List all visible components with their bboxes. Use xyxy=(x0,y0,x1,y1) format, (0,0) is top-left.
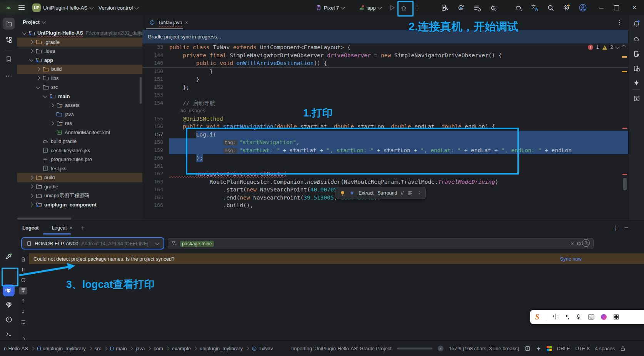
tree-item-build.gradle[interactable]: build.gradle xyxy=(17,137,142,146)
tab-close-icon[interactable]: × xyxy=(185,20,188,25)
maximize-button[interactable] xyxy=(614,0,619,15)
logcat-tab[interactable]: Logcat × xyxy=(52,225,73,231)
build-tool-button[interactable] xyxy=(3,251,15,263)
collapsed-chevron-icon[interactable] xyxy=(36,67,40,71)
cancel-progress-button[interactable]: × xyxy=(438,346,444,351)
problems-tool-button[interactable] xyxy=(3,313,15,325)
ime-language-icon[interactable] xyxy=(547,346,552,351)
tree-item-ceshi.keystore.jks[interactable]: ?ceshi.keystore.jks xyxy=(17,146,142,155)
tree-item-assets[interactable]: assets xyxy=(17,101,142,110)
more-tools-button[interactable]: ⋯ xyxy=(3,70,15,82)
line-number[interactable] xyxy=(142,107,169,115)
collapsed-chevron-icon[interactable] xyxy=(29,185,33,189)
line-number[interactable]: 152 xyxy=(142,83,169,91)
comment-button[interactable]: // xyxy=(401,190,404,196)
sync-now-link[interactable]: Sync now xyxy=(560,256,582,262)
intention-bulb-icon[interactable] xyxy=(340,190,345,196)
prev-problem-icon[interactable] xyxy=(616,45,620,49)
tree-item-res[interactable]: res xyxy=(17,119,142,128)
apply-changes-button[interactable] xyxy=(457,0,465,15)
line-number[interactable]: 160 xyxy=(142,154,169,162)
tree-item-uniplugin_component[interactable]: uniplugin_component xyxy=(17,200,142,210)
line-number[interactable]: 161 xyxy=(142,162,169,170)
main-menu-button[interactable] xyxy=(18,0,25,15)
lock-icon[interactable] xyxy=(620,346,626,351)
terminal-tool-button[interactable] xyxy=(3,328,15,340)
project-view-selector[interactable]: Project xyxy=(17,15,142,28)
line-number[interactable]: 155 xyxy=(142,115,169,123)
expanded-chevron-icon[interactable] xyxy=(22,30,26,35)
tree-item-.idea[interactable]: .idea xyxy=(17,47,142,56)
gemini-button[interactable] xyxy=(631,77,642,89)
line-number[interactable]: 164 xyxy=(142,186,169,194)
line-number[interactable]: 151 xyxy=(142,75,169,83)
soft-wrap-button[interactable] xyxy=(19,318,27,326)
tree-item-.gradle[interactable]: .gradle xyxy=(17,38,142,47)
caret-position-widget[interactable]: 157:9 (168 chars, 3 line breaks) xyxy=(449,346,519,351)
collapsed-chevron-icon[interactable] xyxy=(29,203,33,207)
sogou-logo-icon[interactable]: S xyxy=(535,313,539,321)
next-problem-icon[interactable] xyxy=(622,45,626,49)
tree-item-build[interactable]: build xyxy=(17,65,142,74)
tree-horizontal-scrollbar[interactable] xyxy=(17,218,71,220)
collapsed-chevron-icon[interactable] xyxy=(36,76,40,80)
line-number[interactable]: 163 xyxy=(142,178,169,186)
device-dropdown[interactable]: HONOR ELP-AN00 Android 14, API 34 [OFFLI… xyxy=(21,237,164,250)
toolbox-grid-icon[interactable] xyxy=(613,314,619,320)
editor-options-button[interactable]: ⋮ xyxy=(616,19,622,26)
tree-item-src[interactable]: src xyxy=(17,83,142,92)
collapsed-chevron-icon[interactable] xyxy=(29,49,33,53)
line-number[interactable]: 166 xyxy=(142,201,169,210)
project-widget[interactable]: UP UniPlugin-Hello-AS xyxy=(32,0,93,15)
line-number[interactable]: 158 xyxy=(142,138,169,146)
encoding-widget[interactable]: UTF-8 xyxy=(576,346,590,351)
close-button[interactable]: × xyxy=(631,0,638,15)
tree-item-main[interactable]: main xyxy=(17,92,142,101)
collapsed-chevron-icon[interactable] xyxy=(50,103,54,107)
tree-item-proguard-rules.pro[interactable]: proguard-rules.pro xyxy=(17,155,142,164)
line-number[interactable]: 156 xyxy=(142,123,169,131)
hide-panel-button[interactable]: ─ xyxy=(624,225,628,230)
tree-item-libs[interactable]: libs xyxy=(17,74,142,83)
tree-item-build[interactable]: build xyxy=(17,173,142,182)
extract-button[interactable]: Extract xyxy=(359,190,374,196)
collapsed-chevron-icon[interactable] xyxy=(29,40,33,44)
notifications-button[interactable] xyxy=(631,18,642,30)
debug-button[interactable] xyxy=(400,0,407,15)
line-number[interactable]: 162 xyxy=(142,170,169,178)
event-alert-icon[interactable] xyxy=(525,346,531,351)
breadcrumb-item[interactable]: uniplugin_mylibrary xyxy=(200,346,243,351)
clear-logcat-button[interactable] xyxy=(19,256,27,263)
keyboard-icon[interactable] xyxy=(588,314,594,320)
tab-txnav-java[interactable]: C TxNav.java × xyxy=(146,15,191,29)
code-viewport[interactable]: 33public class TxNav extends UniComponen… xyxy=(142,43,628,210)
app-quality-insights-button[interactable] xyxy=(3,299,15,311)
logcat-tool-button[interactable] xyxy=(3,284,15,296)
line-number[interactable]: 165 xyxy=(142,194,169,202)
tree-item-gradle[interactable]: gradle xyxy=(17,182,142,191)
breadcrumb-item[interactable]: src xyxy=(95,346,101,351)
run-configuration-selector[interactable]: app xyxy=(359,0,381,15)
search-everywhere-button[interactable] xyxy=(547,0,554,15)
restart-logcat-button[interactable] xyxy=(19,276,27,284)
run-tasks-button[interactable] xyxy=(473,0,481,15)
indent-widget[interactable]: 4 spaces xyxy=(595,346,615,351)
run-button[interactable] xyxy=(389,0,395,15)
line-number[interactable]: 153 xyxy=(142,91,169,99)
device-manager-button[interactable] xyxy=(631,48,642,60)
line-ending-widget[interactable]: CRLF xyxy=(557,346,570,351)
attach-debugger-button[interactable] xyxy=(489,0,497,15)
settings-button[interactable] xyxy=(562,0,570,15)
ai-assistant-icon[interactable] xyxy=(601,314,607,320)
line-number[interactable]: 33 xyxy=(142,43,169,52)
project-tool-button[interactable] xyxy=(3,18,15,30)
breadcrumb-item[interactable]: java xyxy=(135,346,145,351)
breadcrumb-item[interactable]: example xyxy=(172,346,191,351)
expanded-chevron-icon[interactable] xyxy=(29,58,33,62)
tree-item-app[interactable]: app xyxy=(17,56,142,65)
ai-status-icon[interactable] xyxy=(536,346,541,351)
help-icon[interactable]: ? xyxy=(582,239,590,247)
inspections-widget[interactable]: ! 1 2 xyxy=(588,45,625,50)
running-devices-button[interactable] xyxy=(631,62,642,74)
ime-language-toggle[interactable]: 中 xyxy=(553,313,559,321)
